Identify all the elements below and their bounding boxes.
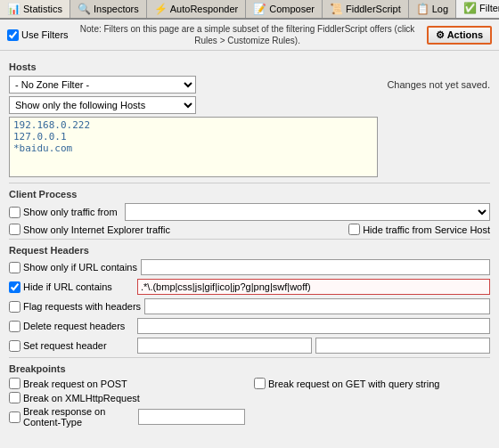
break-xmlhttp-label[interactable]: Break on XMLHttpRequest: [9, 392, 140, 403]
inspectors-icon: 🔍: [78, 3, 91, 15]
tab-inspectors[interactable]: 🔍 Inspectors: [70, 0, 147, 18]
break-post-row: Break request on POST: [9, 378, 245, 389]
break-content-type-text: Break response on Content-Type: [23, 406, 135, 428]
hosts-left: - No Zone Filter - Show only Intranet Ho…: [9, 76, 378, 179]
delete-headers-input[interactable]: [137, 318, 490, 334]
tab-autoresponder[interactable]: ⚡ AutoResponder: [147, 0, 246, 18]
delete-headers-checkbox[interactable]: [9, 321, 20, 332]
tab-fiddlerscript[interactable]: 📜 FiddlerScript: [323, 0, 409, 18]
actions-button[interactable]: ⚙ Actions: [427, 26, 492, 45]
client-process-section: Client Process Show only traffic from Sh…: [9, 189, 490, 235]
breakpoints-label: Breakpoints: [9, 363, 490, 374]
break-get-text: Break request on GET with query string: [268, 379, 439, 389]
tab-bar: 📊 Statistics 🔍 Inspectors ⚡ AutoResponde…: [0, 0, 499, 20]
break-content-type-row: Break response on Content-Type: [9, 406, 245, 428]
ie-traffic-text: Show only Internet Explorer traffic: [23, 224, 170, 235]
break-content-type-input[interactable]: [138, 409, 245, 425]
set-header-label: Set request header: [23, 340, 107, 351]
break-xmlhttp-row: Break on XMLHttpRequest: [9, 392, 245, 403]
break-content-type-label[interactable]: Break response on Content-Type: [9, 406, 135, 428]
request-headers-section: Request Headers Show only if URL contain…: [9, 245, 490, 354]
hide-url-input[interactable]: [137, 279, 490, 295]
tab-filters[interactable]: ✅ Filters: [456, 0, 499, 18]
break-get-checkbox[interactable]: [254, 378, 266, 389]
autoresponder-icon: ⚡: [154, 3, 168, 15]
filters-icon: ✅: [463, 2, 477, 14]
use-filters-checkbox[interactable]: [7, 29, 19, 41]
break-content-type-checkbox[interactable]: [9, 411, 20, 423]
show-traffic-from-checkbox[interactable]: [9, 207, 20, 218]
ie-traffic-checkbox-label[interactable]: Show only Internet Explorer traffic: [9, 224, 170, 235]
show-url-label-container: Show only if URL contains: [9, 262, 137, 273]
flag-headers-checkbox[interactable]: [9, 301, 20, 313]
use-filters-checkbox-label[interactable]: Use Filters: [7, 29, 69, 41]
ie-traffic-checkbox[interactable]: [9, 224, 20, 235]
client-process-label: Client Process: [9, 189, 490, 200]
host-filter-row: Show only the following Hosts Hide the f…: [9, 96, 378, 114]
toolbar: Use Filters Note: Filters on this page a…: [0, 20, 499, 51]
actions-icon: ⚙: [436, 29, 445, 41]
hide-service-host-checkbox-label[interactable]: Hide traffic from Service Host: [348, 224, 490, 235]
show-url-checkbox[interactable]: [9, 262, 20, 273]
tab-log[interactable]: 📋 Log: [409, 0, 456, 18]
statistics-icon: 📊: [7, 3, 20, 15]
show-traffic-from-row: Show only traffic from: [9, 203, 490, 221]
flag-headers-label: Flag requests with headers: [23, 301, 141, 312]
set-header-label-container: Set request header: [9, 340, 134, 352]
fiddlerscript-icon: 📜: [330, 3, 343, 15]
set-header-name-input[interactable]: [137, 338, 312, 354]
zone-filter-row: - No Zone Filter - Show only Intranet Ho…: [9, 76, 378, 94]
break-post-label[interactable]: Break request on POST: [9, 378, 127, 389]
hide-url-label-container: Hide if URL contains: [9, 281, 134, 293]
break-get-label[interactable]: Break request on GET with query string: [254, 378, 439, 389]
changes-not-saved: Changes not yet saved.: [387, 79, 490, 90]
host-filter-dropdown[interactable]: Show only the following Hosts Hide the f…: [9, 96, 196, 114]
actions-label: Actions: [447, 29, 483, 40]
set-header-row: Set request header: [9, 338, 490, 354]
zone-filter-dropdown[interactable]: - No Zone Filter - Show only Intranet Ho…: [9, 76, 196, 94]
traffic-from-dropdown[interactable]: [125, 203, 490, 221]
show-traffic-from-checkbox-label[interactable]: Show only traffic from: [9, 207, 118, 218]
flag-headers-label-container: Flag requests with headers: [9, 301, 141, 313]
hosts-textarea[interactable]: 192.168.0.222 127.0.0.1 *baidu.com: [9, 117, 378, 177]
breakpoints-section: Breakpoints Break request on POST Break …: [9, 363, 490, 428]
show-traffic-from-text: Show only traffic from: [23, 207, 118, 217]
tab-statistics-label: Statistics: [23, 4, 62, 14]
break-post-text: Break request on POST: [23, 379, 127, 389]
set-header-checkbox[interactable]: [9, 340, 20, 352]
hide-url-checkbox[interactable]: [9, 281, 20, 293]
hide-service-host-checkbox[interactable]: [348, 224, 360, 235]
show-url-row: Show only if URL contains: [9, 259, 490, 275]
show-url-input[interactable]: [141, 259, 490, 275]
hide-url-row: Hide if URL contains: [9, 279, 490, 295]
breakpoints-grid: Break request on POST Break request on G…: [9, 378, 490, 428]
hosts-section-label: Hosts: [9, 61, 490, 72]
delete-headers-row: Delete request headers: [9, 318, 490, 334]
show-url-label: Show only if URL contains: [23, 262, 137, 273]
request-headers-label: Request Headers: [9, 245, 490, 256]
tab-filters-label: Filters: [479, 3, 499, 13]
tab-log-label: Log: [432, 4, 448, 14]
composer-icon: 📝: [253, 3, 266, 15]
hide-service-host-text: Hide traffic from Service Host: [363, 224, 490, 235]
hosts-right: Changes not yet saved.: [383, 76, 490, 90]
break-xmlhttp-checkbox[interactable]: [9, 392, 20, 403]
tab-composer[interactable]: 📝 Composer: [246, 0, 323, 18]
break-get-row: Break request on GET with query string: [254, 378, 490, 389]
hosts-section: - No Zone Filter - Show only Intranet Ho…: [9, 76, 490, 179]
tab-autoresponder-label: AutoResponder: [170, 4, 238, 14]
filter-note: Note: Filters on this page are a simple …: [76, 23, 420, 46]
break-xmlhttp-text: Break on XMLHttpRequest: [23, 393, 140, 403]
break-content-type-col: [254, 392, 490, 403]
use-filters-label: Use Filters: [21, 29, 69, 40]
delete-headers-label-container: Delete request headers: [9, 321, 134, 332]
flag-headers-row: Flag requests with headers: [9, 298, 490, 314]
tab-inspectors-label: Inspectors: [94, 4, 139, 14]
log-icon: 📋: [416, 3, 429, 15]
set-header-value-input[interactable]: [315, 338, 490, 354]
flag-headers-input[interactable]: [144, 298, 490, 314]
break-post-checkbox[interactable]: [9, 378, 20, 389]
tab-statistics[interactable]: 📊 Statistics: [0, 0, 70, 18]
filters-content: Hosts - No Zone Filter - Show only Intra…: [0, 51, 499, 433]
ie-traffic-row: Show only Internet Explorer traffic Hide…: [9, 224, 490, 235]
